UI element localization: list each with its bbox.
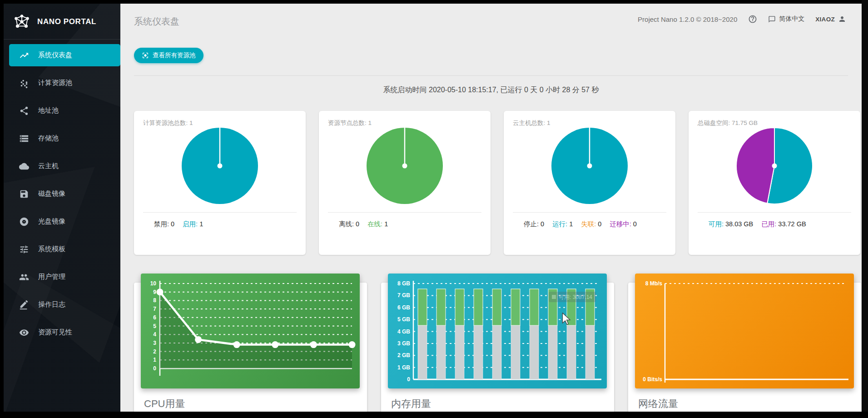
chat-bubble-icon	[768, 15, 776, 23]
sidebar-item-label: 系统模板	[38, 245, 65, 254]
svg-text:3: 3	[153, 340, 156, 346]
uptime-status: 系统启动时间 2020-05-10 18:15:17, 已运行 0 天 0 小时…	[120, 85, 862, 95]
card-divider	[143, 212, 297, 213]
eye-icon	[19, 328, 29, 338]
memory-usage-chart: 8 GB7 GB6 GB5 GB4 GB3 GB2 GB1 GB0可用: 308…	[388, 274, 607, 388]
cpu-usage-chart: 109876543210	[141, 274, 360, 388]
svg-text:0: 0	[153, 365, 156, 372]
legend-item: 在线:1	[367, 220, 388, 229]
svg-text:6: 6	[153, 314, 156, 321]
share-icon	[19, 106, 29, 116]
sidebar-item-label: 地址池	[38, 106, 59, 115]
sidebar-item-label: 存储池	[38, 134, 59, 143]
legend-item: 运行:1	[552, 220, 573, 229]
svg-text:9: 9	[153, 289, 156, 295]
svg-text:0: 0	[407, 376, 410, 383]
sidebar-item-compute-pool[interactable]: 计算资源池	[9, 72, 120, 94]
chart-card-memory-chart: 8 GB7 GB6 GB5 GB4 GB3 GB2 GB1 GB0可用: 308…	[381, 283, 614, 412]
brand-title: NANO PORTAL	[37, 17, 96, 26]
svg-text:0 Bits/s: 0 Bits/s	[643, 376, 662, 383]
chart-title: CPU用量	[144, 397, 185, 411]
summary-cards-row: 计算资源池总数: 1禁用:0启用:1资源节点总数: 1离线:0在线:1云主机总数…	[134, 111, 860, 255]
storage-icon	[19, 134, 29, 144]
cpu-chart-panel: 109876543210	[141, 274, 360, 388]
content-divider	[134, 75, 848, 76]
pie-chart	[731, 123, 818, 209]
svg-text:4: 4	[153, 331, 156, 338]
scrollbar-track[interactable]	[862, 0, 868, 418]
view-all-pools-button[interactable]: 查看所有资源池	[134, 48, 203, 63]
svg-text:2 GB: 2 GB	[397, 352, 410, 358]
view-all-pools-label: 查看所有资源池	[153, 51, 196, 60]
chart-card-network-chart: 8 Mb/s0 Bits/s网络流量	[628, 283, 861, 412]
sidebar-item-cloud-host[interactable]: 云主机	[9, 155, 120, 177]
sidebar-item-label: 资源可见性	[38, 328, 72, 337]
svg-text:8 Mb/s: 8 Mb/s	[645, 280, 663, 287]
username-label: XIAOZ	[815, 16, 835, 23]
language-switcher[interactable]: 简体中文	[768, 15, 804, 23]
legend-item: 停止:0	[524, 220, 544, 229]
card-divider	[328, 212, 481, 213]
user-menu[interactable]: XIAOZ	[815, 15, 846, 23]
summary-card-resource-node-total: 资源节点总数: 1离线:0在线:1	[319, 111, 491, 255]
molecule-logo-icon	[13, 13, 31, 31]
language-label: 简体中文	[779, 15, 804, 23]
summary-card-cloud-host-total: 云主机总数: 1停止:0运行:1失联:0迁移中:0	[504, 111, 675, 255]
pie-chart	[177, 123, 263, 209]
summary-card-title: 云主机总数: 1	[513, 119, 551, 127]
svg-text:可用: 3087.14: 可用: 3087.14	[559, 294, 592, 300]
card-divider	[698, 212, 851, 213]
card-legend: 停止:0运行:1失联:0迁移中:0	[524, 220, 637, 229]
chart-card-cpu-chart: 109876543210CPU用量	[134, 283, 367, 412]
sidebar-item-dashboard[interactable]: 系统仪表盘	[9, 44, 120, 66]
svg-text:6 GB: 6 GB	[397, 304, 410, 311]
help-circle-icon[interactable]	[748, 15, 757, 24]
chart-title: 网络流量	[638, 397, 678, 411]
sidebar-item-storage-pool[interactable]: 存储池	[9, 127, 120, 149]
legend-item: 离线:0	[339, 220, 359, 229]
legend-item: 启用:1	[183, 220, 203, 229]
sidebar-item-address-pool[interactable]: 地址池	[9, 100, 120, 122]
sidebar-item-label: 磁盘镜像	[38, 189, 65, 198]
memory-chart-panel: 8 GB7 GB6 GB5 GB4 GB3 GB2 GB1 GB0可用: 308…	[388, 274, 607, 388]
sidebar-item-label: 光盘镜像	[38, 217, 65, 226]
pie-chart-wrap	[177, 123, 263, 211]
svg-text:7: 7	[153, 306, 156, 312]
disc-icon	[19, 217, 29, 227]
version-text: Project Nano 1.2.0 © 2018~2020	[638, 15, 737, 23]
sidebar-item-disk-image[interactable]: 磁盘镜像	[9, 183, 120, 205]
sidebar-item-label: 操作日志	[38, 300, 65, 309]
sidebar-item-label: 云主机	[38, 162, 59, 170]
pie-chart-wrap	[546, 123, 633, 211]
line-chart-icon	[19, 50, 29, 60]
card-legend: 离线:0在线:1	[339, 220, 388, 229]
legend-item: 禁用:0	[154, 220, 174, 229]
floppy-icon	[19, 189, 29, 199]
grid-dots-icon	[19, 78, 29, 88]
svg-text:3 GB: 3 GB	[397, 340, 410, 347]
chart-tooltip: 可用: 3087.14	[549, 292, 596, 302]
svg-text:5: 5	[153, 323, 156, 329]
main-content: 系统仪表盘 Project Nano 1.2.0 © 2018~2020 简体中…	[120, 4, 862, 412]
svg-text:1 GB: 1 GB	[397, 364, 410, 371]
summary-card-total-disk-space: 总磁盘空间: 71.75 GB可用:38.03 GB已用:33.72 GB	[689, 111, 860, 255]
svg-text:2: 2	[153, 348, 156, 355]
sidebar: NANO PORTAL 系统仪表盘计算资源池地址池存储池云主机磁盘镜像光盘镜像系…	[4, 4, 120, 412]
window-edge	[0, 412, 868, 418]
card-legend: 可用:38.03 GB已用:33.72 GB	[709, 220, 806, 229]
sidebar-item-resource-visibility[interactable]: 资源可见性	[9, 321, 120, 343]
sidebar-item-system-template[interactable]: 系统模板	[9, 238, 120, 260]
chart-cards-row: 109876543210CPU用量8 GB7 GB6 GB5 GB4 GB3 G…	[134, 283, 861, 412]
legend-item: 迁移中:0	[610, 220, 637, 229]
legend-item: 失联:0	[581, 220, 601, 229]
sidebar-item-label: 用户管理	[38, 273, 65, 281]
sidebar-item-user-management[interactable]: 用户管理	[9, 266, 120, 288]
sliders-icon	[19, 244, 29, 254]
svg-text:1: 1	[153, 357, 156, 363]
sidebar-item-iso-image[interactable]: 光盘镜像	[9, 210, 120, 233]
sidebar-item-operation-log[interactable]: 操作日志	[9, 294, 120, 316]
legend-item: 可用:38.03 GB	[709, 220, 753, 229]
focus-scan-icon	[142, 52, 149, 59]
sidebar-item-label: 系统仪表盘	[38, 51, 72, 60]
summary-card-compute-pool-total: 计算资源池总数: 1禁用:0启用:1	[134, 111, 306, 255]
